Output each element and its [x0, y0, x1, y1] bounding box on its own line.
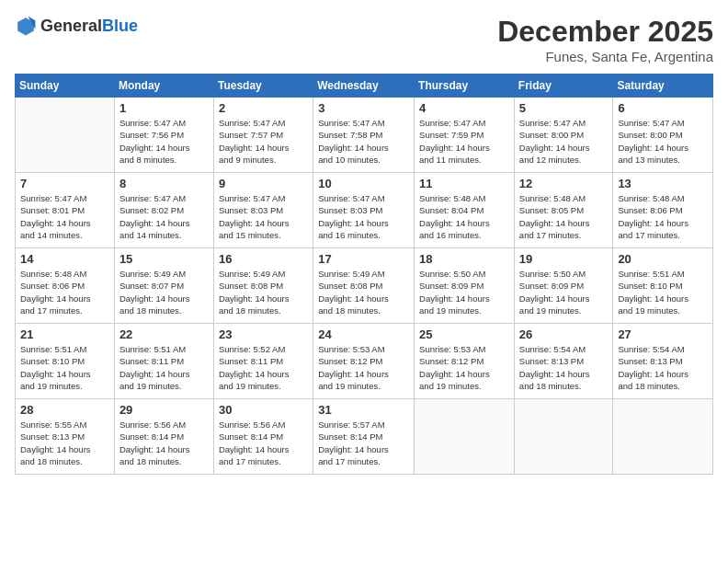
- day-number: 2: [219, 101, 308, 115]
- day-number: 3: [318, 101, 409, 115]
- day-number: 9: [219, 177, 308, 190]
- table-row: 17Sunrise: 5:49 AM Sunset: 8:08 PM Dayli…: [313, 248, 415, 324]
- day-number: 10: [318, 177, 409, 190]
- table-row: 5Sunrise: 5:47 AM Sunset: 8:00 PM Daylig…: [514, 98, 613, 173]
- day-number: 18: [419, 252, 509, 266]
- day-number: 11: [419, 177, 509, 190]
- day-number: 13: [618, 177, 708, 190]
- day-number: 22: [119, 327, 209, 341]
- table-row: 29Sunrise: 5:56 AM Sunset: 8:14 PM Dayli…: [114, 399, 213, 475]
- day-number: 27: [618, 327, 708, 341]
- col-thursday: Thursday: [415, 75, 515, 98]
- table-row: 10Sunrise: 5:47 AM Sunset: 8:03 PM Dayli…: [313, 173, 415, 248]
- table-row: 8Sunrise: 5:47 AM Sunset: 8:02 PM Daylig…: [114, 173, 213, 248]
- table-row: 16Sunrise: 5:49 AM Sunset: 8:08 PM Dayli…: [213, 248, 313, 324]
- col-saturday: Saturday: [613, 75, 713, 98]
- calendar-week-row: 28Sunrise: 5:55 AM Sunset: 8:13 PM Dayli…: [16, 399, 713, 475]
- table-row: 30Sunrise: 5:56 AM Sunset: 8:14 PM Dayli…: [213, 399, 313, 475]
- table-row: 27Sunrise: 5:54 AM Sunset: 8:13 PM Dayli…: [613, 324, 713, 399]
- table-row: 4Sunrise: 5:47 AM Sunset: 7:59 PM Daylig…: [415, 98, 515, 173]
- day-info: Sunrise: 5:53 AM Sunset: 8:12 PM Dayligh…: [318, 343, 409, 392]
- day-number: 19: [519, 252, 609, 266]
- logo: GeneralBlue: [15, 15, 138, 37]
- day-number: 7: [20, 177, 109, 190]
- calendar-week-row: 21Sunrise: 5:51 AM Sunset: 8:10 PM Dayli…: [16, 324, 713, 399]
- day-number: 5: [519, 101, 609, 115]
- table-row: 24Sunrise: 5:53 AM Sunset: 8:12 PM Dayli…: [313, 324, 415, 399]
- day-info: Sunrise: 5:49 AM Sunset: 8:07 PM Dayligh…: [119, 268, 209, 316]
- day-number: 23: [219, 327, 308, 341]
- day-number: 17: [318, 252, 409, 266]
- col-wednesday: Wednesday: [313, 75, 415, 98]
- col-tuesday: Tuesday: [213, 75, 313, 98]
- day-info: Sunrise: 5:47 AM Sunset: 7:56 PM Dayligh…: [119, 117, 209, 166]
- day-number: 24: [318, 327, 409, 341]
- table-row: 15Sunrise: 5:49 AM Sunset: 8:07 PM Dayli…: [114, 248, 213, 324]
- day-info: Sunrise: 5:49 AM Sunset: 8:08 PM Dayligh…: [318, 268, 409, 316]
- day-info: Sunrise: 5:47 AM Sunset: 8:02 PM Dayligh…: [119, 192, 209, 241]
- day-info: Sunrise: 5:56 AM Sunset: 8:14 PM Dayligh…: [119, 419, 209, 467]
- day-number: 29: [119, 403, 209, 417]
- day-number: 14: [20, 252, 109, 266]
- day-info: Sunrise: 5:48 AM Sunset: 8:05 PM Dayligh…: [519, 192, 609, 241]
- day-info: Sunrise: 5:55 AM Sunset: 8:13 PM Dayligh…: [20, 419, 109, 467]
- table-row: 23Sunrise: 5:52 AM Sunset: 8:11 PM Dayli…: [213, 324, 313, 399]
- day-info: Sunrise: 5:48 AM Sunset: 8:06 PM Dayligh…: [618, 192, 708, 241]
- day-info: Sunrise: 5:47 AM Sunset: 8:01 PM Dayligh…: [20, 192, 109, 241]
- calendar-week-row: 14Sunrise: 5:48 AM Sunset: 8:06 PM Dayli…: [16, 248, 713, 324]
- table-row: [613, 399, 713, 475]
- day-number: 25: [419, 327, 509, 341]
- table-row: [514, 399, 613, 475]
- day-info: Sunrise: 5:48 AM Sunset: 8:04 PM Dayligh…: [419, 192, 509, 241]
- day-info: Sunrise: 5:47 AM Sunset: 8:03 PM Dayligh…: [219, 192, 308, 241]
- location: Funes, Santa Fe, Argentina: [497, 49, 713, 64]
- day-number: 4: [419, 101, 509, 115]
- table-row: 26Sunrise: 5:54 AM Sunset: 8:13 PM Dayli…: [514, 324, 613, 399]
- table-row: 9Sunrise: 5:47 AM Sunset: 8:03 PM Daylig…: [213, 173, 313, 248]
- table-row: 13Sunrise: 5:48 AM Sunset: 8:06 PM Dayli…: [613, 173, 713, 248]
- day-info: Sunrise: 5:47 AM Sunset: 7:57 PM Dayligh…: [219, 117, 308, 166]
- table-row: 21Sunrise: 5:51 AM Sunset: 8:10 PM Dayli…: [16, 324, 115, 399]
- day-info: Sunrise: 5:47 AM Sunset: 8:00 PM Dayligh…: [519, 117, 609, 166]
- day-number: 1: [119, 101, 209, 115]
- title-block: December 2025 Funes, Santa Fe, Argentina: [497, 15, 713, 64]
- table-row: 12Sunrise: 5:48 AM Sunset: 8:05 PM Dayli…: [514, 173, 613, 248]
- logo-general: General: [40, 17, 102, 35]
- day-info: Sunrise: 5:49 AM Sunset: 8:08 PM Dayligh…: [219, 268, 308, 316]
- day-number: 20: [618, 252, 708, 266]
- day-info: Sunrise: 5:50 AM Sunset: 8:09 PM Dayligh…: [419, 268, 509, 316]
- day-info: Sunrise: 5:47 AM Sunset: 7:58 PM Dayligh…: [318, 117, 409, 166]
- day-info: Sunrise: 5:47 AM Sunset: 8:03 PM Dayligh…: [318, 192, 409, 241]
- table-row: 11Sunrise: 5:48 AM Sunset: 8:04 PM Dayli…: [415, 173, 515, 248]
- table-row: 25Sunrise: 5:53 AM Sunset: 8:12 PM Dayli…: [415, 324, 515, 399]
- logo-blue: Blue: [102, 17, 138, 35]
- table-row: 6Sunrise: 5:47 AM Sunset: 8:00 PM Daylig…: [613, 98, 713, 173]
- day-number: 31: [318, 403, 409, 417]
- day-info: Sunrise: 5:50 AM Sunset: 8:09 PM Dayligh…: [519, 268, 609, 316]
- table-row: 28Sunrise: 5:55 AM Sunset: 8:13 PM Dayli…: [16, 399, 115, 475]
- day-info: Sunrise: 5:56 AM Sunset: 8:14 PM Dayligh…: [219, 419, 308, 467]
- table-row: 3Sunrise: 5:47 AM Sunset: 7:58 PM Daylig…: [313, 98, 415, 173]
- table-row: 1Sunrise: 5:47 AM Sunset: 7:56 PM Daylig…: [114, 98, 213, 173]
- table-row: 22Sunrise: 5:51 AM Sunset: 8:11 PM Dayli…: [114, 324, 213, 399]
- day-info: Sunrise: 5:47 AM Sunset: 7:59 PM Dayligh…: [419, 117, 509, 166]
- calendar-week-row: 7Sunrise: 5:47 AM Sunset: 8:01 PM Daylig…: [16, 173, 713, 248]
- col-monday: Monday: [114, 75, 213, 98]
- day-number: 6: [618, 101, 708, 115]
- day-number: 8: [119, 177, 209, 190]
- day-info: Sunrise: 5:51 AM Sunset: 8:11 PM Dayligh…: [119, 343, 209, 392]
- day-info: Sunrise: 5:57 AM Sunset: 8:14 PM Dayligh…: [318, 419, 409, 467]
- col-friday: Friday: [514, 75, 613, 98]
- logo-text: GeneralBlue: [40, 17, 138, 36]
- day-info: Sunrise: 5:54 AM Sunset: 8:13 PM Dayligh…: [618, 343, 708, 392]
- calendar-week-row: 1Sunrise: 5:47 AM Sunset: 7:56 PM Daylig…: [16, 98, 713, 173]
- day-info: Sunrise: 5:51 AM Sunset: 8:10 PM Dayligh…: [20, 343, 109, 392]
- page-header: GeneralBlue December 2025 Funes, Santa F…: [15, 15, 713, 64]
- calendar: Sunday Monday Tuesday Wednesday Thursday…: [15, 74, 713, 475]
- table-row: 2Sunrise: 5:47 AM Sunset: 7:57 PM Daylig…: [213, 98, 313, 173]
- day-number: 12: [519, 177, 609, 190]
- table-row: 14Sunrise: 5:48 AM Sunset: 8:06 PM Dayli…: [16, 248, 115, 324]
- day-number: 28: [20, 403, 109, 417]
- day-number: 30: [219, 403, 308, 417]
- day-number: 16: [219, 252, 308, 266]
